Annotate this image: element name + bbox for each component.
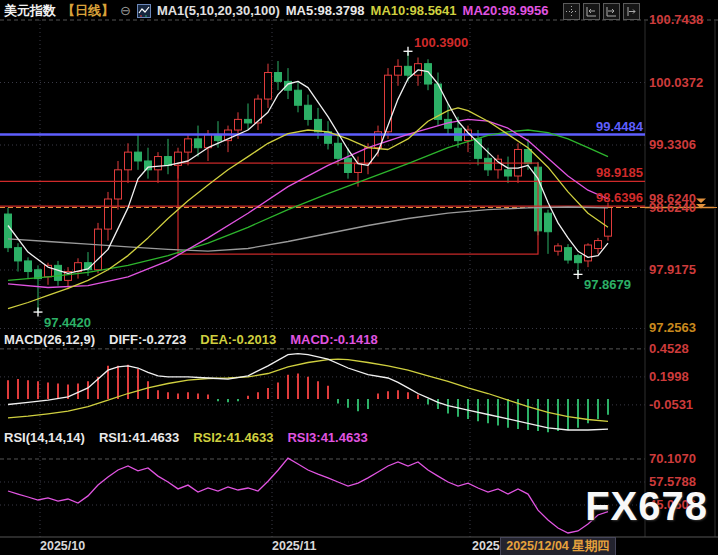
level-label-resistance-2: 98.6396 <box>596 190 643 205</box>
x-axis-label-nov: 2025/11 <box>272 539 317 553</box>
chart-app: 美元指数 【日线】 ⊖ MA1(5,10,20,30,100) MA5:98.3… <box>0 0 718 555</box>
period-label: 【日线】 <box>62 2 114 20</box>
scale-axis-left-icon[interactable] <box>583 3 600 20</box>
scale-axis-right-icon[interactable] <box>603 3 620 20</box>
rsi3-value: RSI3:41.4633 <box>287 430 367 445</box>
annotation-low-price-2: 97.8679 <box>584 277 631 292</box>
chart-toolbar <box>563 3 640 20</box>
collapse-icon[interactable]: ⊖ <box>120 3 131 18</box>
mini-chart-icon <box>137 4 151 18</box>
main-y-axis-label: 99.3306 <box>649 137 696 152</box>
macd-y-axis-label: 0.1998 <box>649 369 689 384</box>
macd-dea-value: DEA:-0.2013 <box>200 332 276 347</box>
ma10-value: MA10:98.5641 <box>371 3 457 18</box>
level-label-resistance-blue: 99.4484 <box>596 119 643 134</box>
rsi-title: RSI(14,14,14) <box>4 430 85 445</box>
macd-macd-value: MACD:-0.1418 <box>290 332 377 347</box>
rsi2-value: RSI2:41.4633 <box>193 430 273 445</box>
move-crosshair-icon[interactable] <box>563 3 580 20</box>
annotation-high-price: 100.3900 <box>414 35 468 50</box>
ma-settings-label: MA1(5,10,20,30,100) <box>157 3 280 18</box>
watermark-logo: FX678 <box>585 484 708 529</box>
annotation-low-price-1: 97.4420 <box>44 315 91 330</box>
x-axis-label-oct: 2025/10 <box>40 539 85 553</box>
x-axis-label-dec: 2025/ <box>472 539 503 553</box>
cursor-date-box: 2025/12/04 星期四 <box>500 537 616 555</box>
level-label-resistance-1: 98.9185 <box>596 165 643 180</box>
macd-title: MACD(26,12,9) <box>4 332 95 347</box>
rsi-y-axis-label: 70.1070 <box>649 451 696 466</box>
macd-panel-header: MACD(26,12,9) DIFF:-0.2723 DEA:-0.2013 M… <box>4 332 378 347</box>
main-y-axis-label: 100.7438 <box>649 12 703 27</box>
main-y-axis-label: 97.2563 <box>649 320 696 335</box>
rsi-panel-header: RSI(14,14,14) RSI1:41.4633 RSI2:41.4633 … <box>4 430 368 445</box>
main-y-axis-label: 98.6240 <box>649 200 696 215</box>
pan-right-icon[interactable] <box>623 3 640 20</box>
macd-y-axis-label: 0.4528 <box>649 341 689 356</box>
macd-y-axis-label: -0.0531 <box>649 397 693 412</box>
main-y-axis-label: 100.0372 <box>649 75 703 90</box>
symbol-name: 美元指数 <box>4 2 56 20</box>
ma5-value: MA5:98.3798 <box>286 3 365 18</box>
rsi1-value: RSI1:41.4633 <box>99 430 179 445</box>
ma20-value: MA20:98.9956 <box>463 3 549 18</box>
macd-diff-value: DIFF:-0.2723 <box>109 332 186 347</box>
header-bar: 美元指数 【日线】 ⊖ MA1(5,10,20,30,100) MA5:98.3… <box>4 2 549 19</box>
main-y-axis-label: 97.9175 <box>649 262 696 277</box>
